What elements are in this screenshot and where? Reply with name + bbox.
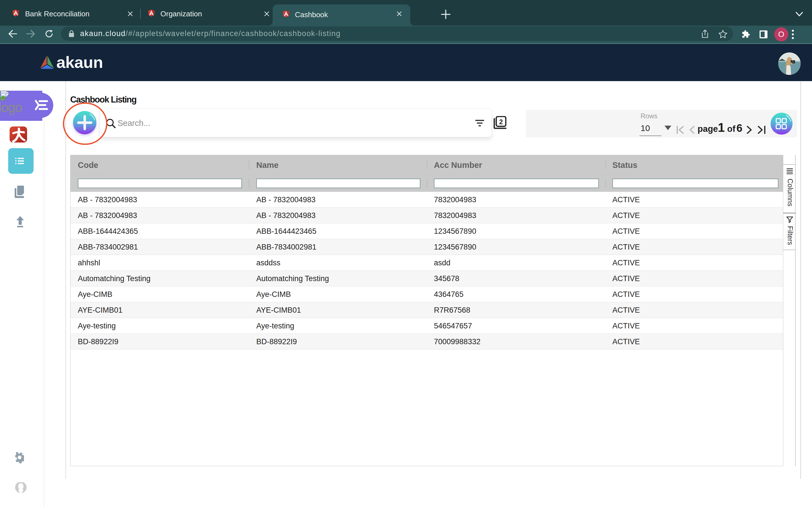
svg-text:2: 2 [499, 118, 503, 126]
